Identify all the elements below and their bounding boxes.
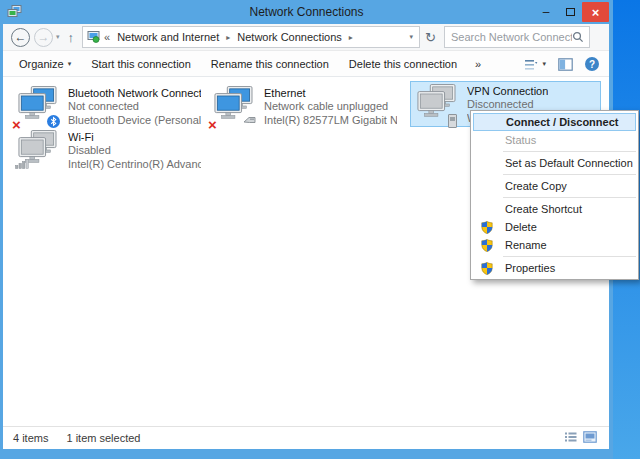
menu-item-delete[interactable]: Delete (471, 218, 638, 236)
view-options-button[interactable]: ▾ (524, 58, 546, 71)
uac-shield-icon (481, 239, 493, 252)
command-toolbar: Organize ▾ Start this connection Rename … (3, 51, 609, 77)
signal-bars-icon (15, 155, 30, 173)
organize-dropdown-icon: ▾ (68, 60, 72, 68)
connection-item-wifi[interactable]: Wi-Fi Disabled Intel(R) Centrino(R) Adva… (11, 127, 205, 173)
maximize-icon (566, 8, 575, 16)
status-bar: 4 items 1 item selected (3, 426, 609, 448)
ethernet-connection-icon: × (211, 86, 259, 128)
address-dropdown-icon[interactable]: ▾ (410, 33, 420, 41)
organize-label: Organize (19, 58, 64, 70)
ethernet-plug-icon (242, 111, 258, 129)
connection-text: Bluetooth Network Connection Not connect… (63, 86, 201, 126)
maximize-button[interactable] (558, 2, 582, 22)
connection-item-ethernet[interactable]: × Ethernet Network cable unplugged Intel… (207, 83, 401, 129)
start-connection-button[interactable]: Start this connection (81, 51, 201, 76)
location-icon (87, 31, 100, 43)
address-bar: ← → ▾ ↑ « Network and Internet ▸ Network… (3, 24, 609, 51)
details-view-button[interactable] (564, 431, 577, 445)
disconnected-x-icon: × (208, 118, 217, 131)
connection-device: Bluetooth Device (Personal Area ... (68, 114, 201, 127)
breadcrumb-item-network-connections[interactable]: Network Connections (235, 31, 344, 43)
connection-status: Not connected (68, 100, 201, 114)
search-input[interactable]: Search Network Connections (445, 31, 572, 43)
view-options-dropdown-icon: ▾ (542, 60, 546, 68)
connection-item-bluetooth[interactable]: × Bluetooth Network Connection Not conne… (11, 83, 205, 129)
titlebar[interactable]: Network Connections – × (0, 0, 613, 24)
menu-item-status[interactable]: Status (471, 131, 638, 149)
uac-shield-icon (481, 221, 493, 234)
breadcrumb-separator-icon[interactable]: ▸ (221, 33, 235, 42)
context-menu: Connect / Disconnect Status Set as Defau… (470, 110, 639, 280)
connection-status: Disabled (68, 144, 201, 158)
up-button[interactable]: ↑ (68, 30, 75, 45)
menu-item-label: Rename (505, 239, 547, 251)
breadcrumb[interactable]: « Network and Internet ▸ Network Connect… (82, 26, 420, 48)
preview-pane-button[interactable] (558, 58, 573, 71)
uac-shield-icon (481, 262, 493, 275)
menu-separator (503, 151, 636, 152)
menu-item-create-shortcut[interactable]: Create Shortcut (471, 200, 638, 218)
vpn-connection-icon (414, 84, 462, 126)
breadcrumb-collapse-chevron[interactable]: « (104, 31, 110, 43)
refresh-button[interactable]: ↻ (425, 30, 436, 45)
window-controls: – × (534, 0, 609, 24)
menu-item-create-copy[interactable]: Create Copy (471, 177, 638, 195)
breadcrumb-item-network-and-internet[interactable]: Network and Internet (115, 31, 221, 43)
bluetooth-connection-icon: × (15, 86, 63, 128)
menu-item-label: Properties (505, 262, 555, 274)
forward-button[interactable]: → (34, 28, 53, 47)
connection-name: Ethernet (264, 86, 397, 100)
large-icons-view-button[interactable] (583, 431, 597, 445)
close-button[interactable]: × (582, 2, 609, 22)
organize-button[interactable]: Organize ▾ (3, 51, 81, 76)
recent-locations-dropdown[interactable]: ▾ (56, 33, 60, 41)
menu-item-properties[interactable]: Properties (471, 259, 638, 277)
wifi-connection-icon (15, 130, 63, 172)
rename-connection-button[interactable]: Rename this connection (201, 51, 339, 76)
search-box[interactable]: Search Network Connections (444, 26, 590, 48)
statusbar-view-toggles (564, 431, 597, 445)
menu-item-connect-disconnect[interactable]: Connect / Disconnect (473, 113, 636, 131)
help-button[interactable]: ? (585, 57, 599, 71)
menu-item-rename[interactable]: Rename (471, 236, 638, 254)
minimize-button[interactable]: – (534, 2, 558, 22)
connection-name: Wi-Fi (68, 130, 201, 144)
menu-item-set-as-default-connection[interactable]: Set as Default Connection (471, 154, 638, 172)
menu-separator (503, 174, 636, 175)
search-icon[interactable] (572, 31, 589, 43)
breadcrumb-separator-icon[interactable]: ▸ (344, 33, 358, 42)
connection-status: Network cable unplugged (264, 100, 397, 114)
back-button[interactable]: ← (11, 28, 30, 47)
toolbar-right-group: ▾ ? (524, 51, 599, 77)
menu-separator (503, 197, 636, 198)
connection-text: Wi-Fi Disabled Intel(R) Centrino(R) Adva… (63, 130, 201, 170)
connection-device: Intel(R) Centrino(R) Advanced-N ... (68, 158, 201, 171)
preview-pane-icon (558, 58, 573, 71)
vpn-device-icon (448, 114, 457, 128)
window-title: Network Connections (0, 5, 613, 19)
toolbar-overflow-button[interactable]: » (467, 58, 489, 70)
menu-separator (503, 256, 636, 257)
connection-name: Bluetooth Network Connection (68, 86, 201, 100)
delete-connection-button[interactable]: Delete this connection (339, 51, 467, 76)
menu-item-label: Delete (505, 221, 537, 233)
selection-count: 1 item selected (66, 432, 140, 444)
items-count: 4 items (13, 432, 48, 444)
connection-text: Ethernet Network cable unplugged Intel(R… (259, 86, 397, 126)
connection-name: VPN Connection (467, 84, 548, 98)
view-options-icon (524, 58, 539, 71)
connection-device: Intel(R) 82577LM Gigabit Network... (264, 114, 397, 127)
